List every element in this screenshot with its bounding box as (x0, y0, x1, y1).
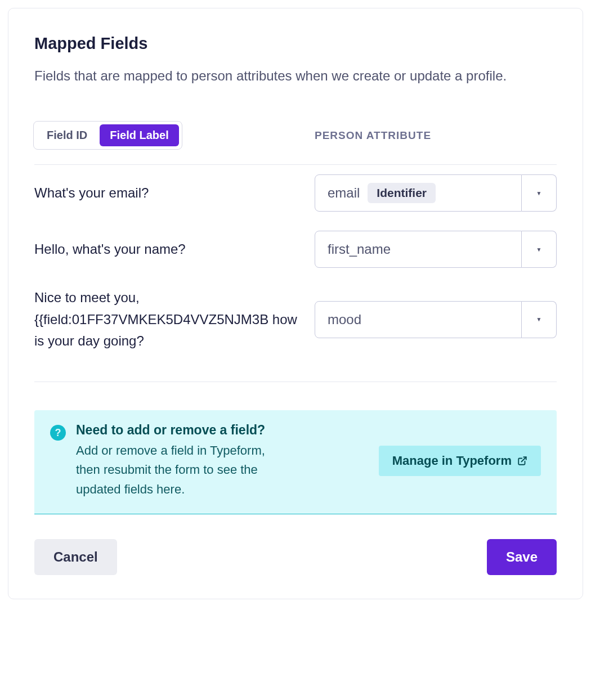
attribute-select-group: mood ▼ (315, 301, 557, 338)
page-title: Mapped Fields (34, 34, 557, 53)
info-button-label: Manage in Typeform (392, 454, 512, 468)
attribute-select[interactable]: mood (315, 301, 522, 338)
chevron-down-icon: ▼ (536, 316, 542, 322)
attribute-dropdown-trigger[interactable]: ▼ (522, 301, 557, 338)
mapped-fields-card: Mapped Fields Fields that are mapped to … (8, 8, 583, 599)
info-content: ? Need to add or remove a field? Add or … (50, 423, 369, 499)
attribute-column-header: PERSON ATTRIBUTE (315, 129, 557, 142)
toggle-field-id[interactable]: Field ID (37, 124, 97, 146)
attribute-value: first_name (328, 241, 391, 257)
manage-typeform-button[interactable]: Manage in Typeform (379, 446, 541, 476)
field-label: What's your email? (34, 182, 310, 204)
page-description: Fields that are mapped to person attribu… (34, 65, 541, 86)
section-divider (34, 382, 557, 382)
info-title: Need to add or remove a field? (76, 423, 279, 438)
field-row: Nice to meet you, {{field:01FF37VMKEK5D4… (34, 277, 557, 361)
cancel-button[interactable]: Cancel (34, 539, 117, 575)
columns-header-row: Field ID Field Label PERSON ATTRIBUTE (34, 121, 557, 165)
field-row: Hello, what's your name? first_name ▼ (34, 221, 557, 277)
field-label: Hello, what's your name? (34, 239, 310, 260)
toggle-field-label[interactable]: Field Label (100, 124, 178, 146)
attribute-select[interactable]: email Identifier (315, 174, 522, 212)
save-button[interactable]: Save (487, 539, 557, 575)
identifier-badge: Identifier (368, 183, 436, 203)
field-label: Nice to meet you, {{field:01FF37VMKEK5D4… (34, 287, 310, 352)
attribute-dropdown-trigger[interactable]: ▼ (522, 174, 557, 212)
attribute-value: mood (328, 312, 361, 327)
attribute-dropdown-trigger[interactable]: ▼ (522, 231, 557, 268)
chevron-down-icon: ▼ (536, 246, 542, 253)
info-callout: ? Need to add or remove a field? Add or … (34, 410, 557, 514)
attribute-select-group: email Identifier ▼ (315, 174, 557, 212)
field-view-toggle: Field ID Field Label (33, 121, 182, 150)
info-description: Add or remove a field in Typeform, then … (76, 441, 279, 499)
attribute-select[interactable]: first_name (315, 231, 522, 268)
attribute-value: email (328, 185, 360, 201)
field-row: What's your email? email Identifier ▼ (34, 165, 557, 221)
attribute-select-group: first_name ▼ (315, 231, 557, 268)
external-link-icon (517, 456, 527, 466)
form-footer: Cancel Save (34, 539, 557, 575)
help-icon: ? (50, 425, 66, 441)
svg-line-0 (522, 457, 526, 461)
chevron-down-icon: ▼ (536, 190, 542, 196)
